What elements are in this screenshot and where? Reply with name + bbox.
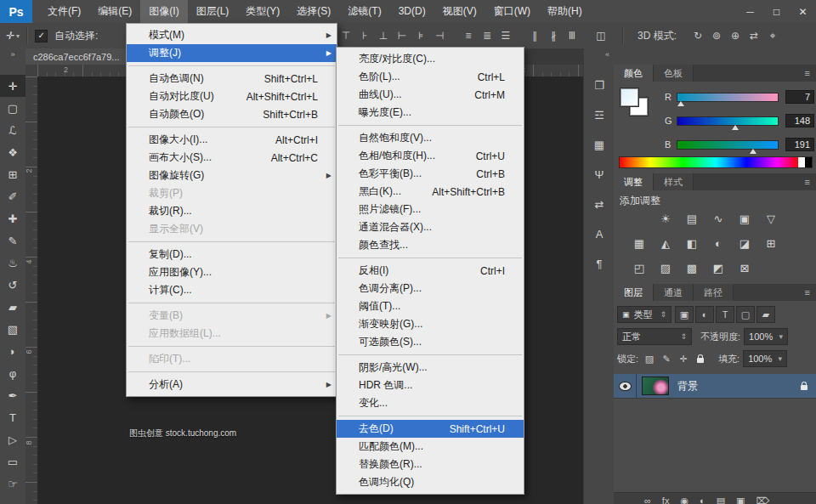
menu-item-vibrance[interactable]: 自然饱和度(V)... [337,129,524,147]
maximize-button[interactable]: □ [763,0,790,23]
lock-all-icon[interactable] [693,351,708,366]
healing-brush-tool[interactable]: ✚ [0,207,26,229]
background-layer-row[interactable]: 背景 [614,374,816,399]
menu-item-equalize[interactable]: 色调均化(Q) [337,473,524,491]
color-panel-tab-color[interactable]: 颜色 [614,65,654,82]
menu-item-threshold[interactable]: 阈值(T)... [337,297,524,315]
panel-menu-icon[interactable]: ≡ [805,284,816,301]
layers-panel-tab-layers[interactable]: 图层 [614,284,654,301]
menubar-item-view[interactable]: 视图(V) [434,0,485,23]
menu-item-hdr-toning[interactable]: HDR 色调... [337,377,524,394]
pen-tool[interactable]: ✒ [0,384,26,406]
menubar-item-file[interactable]: 文件(F) [39,0,89,23]
menu-item-auto-color[interactable]: 自动颜色(O)Shift+Ctrl+B [127,105,337,123]
filter-type-layers-icon[interactable]: T [716,306,734,323]
filter-smart-objects-icon[interactable]: ▰ [756,306,775,323]
lock-position-icon[interactable]: ✛ [676,351,691,366]
brightness-contrast-icon[interactable]: ☀ [658,211,673,226]
adjustments-panel-tab-styles[interactable]: 样式 [654,173,694,190]
exposure-icon[interactable]: ▣ [737,211,752,226]
blue-slider[interactable] [677,140,779,150]
dodge-tool[interactable]: φ [0,362,26,384]
menu-item-image-rotation[interactable]: 图像旋转(G)▶ [127,167,337,184]
menubar-item-select[interactable]: 选择(S) [288,0,339,23]
menu-item-trim[interactable]: 裁切(R)... [127,202,337,220]
menubar-item-layer[interactable]: 图层(L) [188,0,238,23]
menu-item-color-lookup[interactable]: 颜色查找... [337,236,524,254]
toolbar-collapse-icon[interactable]: » [0,48,26,61]
menu-item-selective-color[interactable]: 可选颜色(S)... [337,333,524,351]
link-layers-icon[interactable]: ∞ [644,493,651,504]
tool-preset-picker[interactable]: ✛▾ [5,30,20,42]
paragraph-panel-icon[interactable]: ¶ [588,253,610,275]
red-slider[interactable] [677,93,779,102]
menu-item-variations[interactable]: 变化... [337,394,524,412]
menu-item-hue-saturation[interactable]: 色相/饱和度(H)...Ctrl+U [337,147,524,165]
menu-item-gradient-map[interactable]: 渐变映射(G)... [337,315,524,333]
color-spectrum-ramp[interactable] [619,156,813,168]
blend-mode-dropdown[interactable]: 正常 ⇕ [617,328,692,345]
hue-saturation-icon[interactable]: ▦ [632,235,647,251]
color-lookup-icon[interactable]: ⊞ [763,235,779,251]
menu-item-channel-mixer[interactable]: 通道混合器(X)... [337,218,524,236]
menu-item-color-balance[interactable]: 色彩平衡(B)...Ctrl+B [337,165,524,183]
move-tool[interactable]: ✛ [0,75,26,97]
slider-thumb-icon[interactable] [750,149,756,154]
color-balance-icon[interactable]: ◭ [658,235,673,251]
align-left-edges-icon[interactable]: ⊢ [394,27,410,44]
panel-menu-icon[interactable]: ≡ [805,65,816,82]
threshold-icon[interactable]: ▩ [684,260,700,275]
properties-panel-icon[interactable]: ☲ [588,105,610,126]
align-right-edges-icon[interactable]: ⊣ [432,27,447,44]
curves-icon[interactable]: ∿ [711,211,726,226]
fill-dropdown[interactable]: 100% ▾ [743,350,787,367]
document-tab[interactable]: c286ca7ecc6f7a79... × [26,48,141,65]
color-panel-tab-swatches[interactable]: 色板 [654,65,694,82]
red-value-field[interactable]: 7 [785,90,814,104]
distribute-top-icon[interactable]: ≡ [461,27,476,44]
menu-item-exposure[interactable]: 曝光度(E)... [337,104,524,122]
layers-panel-tab-paths[interactable]: 路径 [694,284,734,301]
black-white-icon[interactable]: ◧ [684,235,700,251]
photo-filter-icon[interactable]: ◐ [711,235,726,251]
lock-transparent-pixels-icon[interactable]: ▨ [642,351,657,366]
menubar-item-help[interactable]: 帮助(H) [539,0,591,23]
menubar-item-edit[interactable]: 编辑(E) [89,0,140,23]
menu-item-canvas-size[interactable]: 画布大小(S)...Alt+Ctrl+C [127,149,337,167]
adjustment-layer-icon[interactable]: ◐ [700,493,706,504]
eraser-tool[interactable]: ▰ [0,296,26,318]
history-brush-tool[interactable]: ↺ [0,274,26,296]
align-bottom-edges-icon[interactable]: ⊥ [376,27,391,44]
menu-item-duplicate[interactable]: 复制(D)... [127,246,337,263]
menubar-item-3d[interactable]: 3D(D) [390,0,434,23]
gradient-tool[interactable]: ▧ [0,318,26,340]
gradient-map-icon[interactable]: ◩ [711,260,726,275]
info-panel-icon[interactable]: ▦ [588,134,610,156]
layer-filter-kind-dropdown[interactable]: ▣ 类型 ⇕ [617,306,672,323]
layer-mask-icon[interactable]: ◉ [680,493,688,504]
distribute-hcenter-icon[interactable]: ∦ [546,27,561,44]
minimize-button[interactable]: ─ [737,0,763,23]
rotate-3d-icon[interactable]: ↻ [690,27,706,44]
history-panel-icon[interactable]: ❐ [588,75,610,96]
hand-tool[interactable]: ☞ [0,473,26,495]
align-top-edges-icon[interactable]: ⊤ [338,27,354,44]
delete-layer-icon[interactable]: ⌦ [756,493,769,504]
menu-item-replace-color[interactable]: 替换颜色(R)... [337,456,524,473]
type-tool[interactable]: T [0,406,26,428]
distribute-bottom-icon[interactable]: ☰ [498,27,513,44]
filter-shape-layers-icon[interactable]: ▢ [736,306,755,323]
distribute-vcenter-icon[interactable]: ≣ [479,27,495,44]
menubar-item-image[interactable]: 图像(I) [140,0,187,23]
adjustments-panel-tab-adjustments[interactable]: 调整 [614,173,654,190]
shape-tool[interactable]: ▭ [0,450,26,473]
new-layer-icon[interactable]: ▣ [736,493,745,504]
character-panel-icon[interactable]: A [588,224,610,245]
slider-thumb-icon[interactable] [732,125,739,130]
actions-panel-icon[interactable]: ⇄ [588,194,610,215]
marquee-tool[interactable]: ▢ [0,97,26,119]
brush-tool[interactable]: ✎ [0,229,26,252]
menu-item-apply-image[interactable]: 应用图像(Y)... [127,263,337,281]
distribute-right-icon[interactable]: Ⅲ [564,27,580,44]
distribute-left-icon[interactable]: ∥ [527,27,542,44]
